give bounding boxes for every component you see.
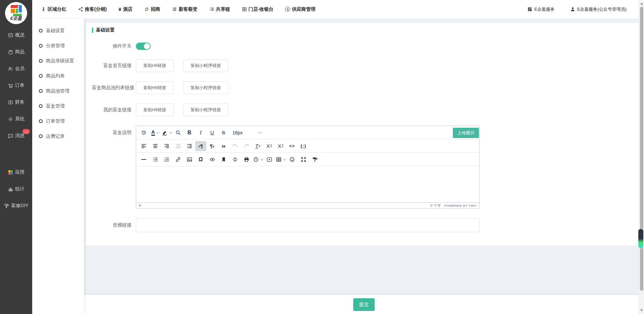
- copy-miniprogram-link-button[interactable]: 复制小程序链接: [183, 59, 228, 72]
- sidebar-item-goods[interactable]: 商品: [0, 44, 32, 60]
- rtl-button[interactable]: ¶‹: [207, 141, 218, 151]
- italic-button[interactable]: I: [195, 128, 206, 138]
- row-label: 盲盒首页链接: [92, 63, 136, 69]
- copy-h5-link-button[interactable]: 复制H5链接: [136, 104, 174, 116]
- sidebar-item-label: 应用: [15, 169, 24, 175]
- underline-button[interactable]: U: [207, 128, 218, 138]
- copy-miniprogram-link-button[interactable]: 复制小程序链接: [183, 104, 228, 116]
- numbered-list-icon[interactable]: [161, 154, 172, 165]
- outdent-icon[interactable]: [172, 141, 183, 151]
- anchor-icon[interactable]: [218, 154, 229, 165]
- subnav-item-category[interactable]: 分类管理: [32, 38, 84, 53]
- sidebar-item-apps[interactable]: 应用: [0, 164, 32, 181]
- upload-image-button[interactable]: 上传图片: [453, 128, 479, 138]
- service-center-link[interactable]: E企盈服务: [527, 6, 555, 12]
- undo-icon[interactable]: [229, 141, 240, 151]
- indent-icon[interactable]: [184, 141, 195, 151]
- format-painter-icon[interactable]: [309, 154, 320, 165]
- subscript-button[interactable]: X2: [264, 141, 275, 151]
- insert-media-icon[interactable]: [264, 154, 275, 165]
- sidebar-item-overview[interactable]: 概况: [0, 27, 32, 44]
- subnav-item-basic-settings[interactable]: 基础设置: [32, 23, 84, 38]
- blockquote-button[interactable]: ”: [218, 141, 229, 151]
- sidebar-item-message[interactable]: 消息 …: [0, 127, 32, 144]
- subnav-item-order-mgmt[interactable]: 订单管理: [32, 114, 84, 129]
- clear-format-x: x: [259, 144, 260, 148]
- insert-image-icon[interactable]: [184, 154, 195, 165]
- search-replace-icon[interactable]: [172, 128, 183, 138]
- special-char-button[interactable]: Ω: [195, 154, 206, 165]
- logo-shape-orange: [11, 9, 15, 13]
- nav-item-hotel[interactable]: ¥ 酒店: [118, 6, 132, 12]
- nav-item-label: 区域分红: [48, 6, 66, 12]
- font-size-select[interactable]: 16px: [229, 128, 264, 138]
- sidebar-item-diy[interactable]: 装修DIY: [0, 197, 32, 214]
- highlight-color-button[interactable]: [161, 128, 172, 138]
- sidebar-item-finance[interactable]: 财务: [0, 94, 32, 111]
- align-right-icon[interactable]: [161, 141, 172, 151]
- copy-miniprogram-link-button[interactable]: 复制小程序链接: [183, 81, 228, 94]
- editor-status-bar: P 0 个字 POWERED BY TINY: [136, 202, 479, 208]
- account-menu[interactable]: E企盈服务(公众号管理员): [570, 6, 627, 12]
- account-label: E企盈服务(公众号管理员): [577, 6, 627, 12]
- source-code-button[interactable]: <>: [286, 141, 298, 151]
- window-scrollbar[interactable]: [639, 0, 644, 314]
- nav-item-label: 招商: [151, 6, 160, 12]
- sidebar-item-members[interactable]: 会员: [0, 60, 32, 77]
- brand-logo[interactable]: E企盈: [5, 2, 27, 24]
- clear-formatting-button[interactable]: Tx: [252, 141, 263, 151]
- copy-h5-link-button[interactable]: 复制H5链接: [136, 59, 174, 72]
- subnav-item-blindbox-mgmt[interactable]: 盲盒管理: [32, 99, 84, 114]
- topnav-menu: 区域分红 推客(分销) ¥ 酒店 招商 新客裂变: [41, 6, 315, 12]
- superscript-button[interactable]: X2: [275, 141, 286, 151]
- insert-datetime-button[interactable]: [252, 154, 263, 165]
- ltr-button[interactable]: ›¶: [195, 141, 206, 151]
- list-icon: [209, 7, 214, 12]
- insert-link-icon[interactable]: [172, 154, 183, 165]
- nav-item-new-customer[interactable]: 新客裂变: [172, 6, 198, 12]
- horizontal-rule-icon[interactable]: [138, 154, 149, 165]
- nav-item-distribution[interactable]: 推客(分销): [78, 6, 107, 12]
- powered-by-tiny[interactable]: POWERED BY TINY: [444, 204, 477, 207]
- align-center-icon[interactable]: [150, 141, 161, 151]
- align-left-icon[interactable]: [138, 141, 149, 151]
- sidebar-item-system[interactable]: 系统: [0, 111, 32, 127]
- subnav-item-goods-pool[interactable]: 商品池管理: [32, 83, 84, 99]
- sidebar-item-orders[interactable]: 订单: [0, 77, 32, 94]
- print-icon[interactable]: [241, 154, 252, 165]
- insert-table-button[interactable]: [275, 154, 286, 165]
- redo-icon[interactable]: [241, 141, 252, 151]
- nav-item-region-dividend[interactable]: 区域分红: [41, 6, 66, 12]
- strikethrough-button[interactable]: S: [218, 128, 229, 138]
- page-break-icon[interactable]: [229, 154, 240, 165]
- subnav-label: 商品列表: [46, 73, 65, 79]
- sidebar-item-stats[interactable]: 统计: [0, 181, 32, 197]
- fullscreen-icon[interactable]: [298, 154, 309, 165]
- word-count: 0 个字: [430, 203, 441, 208]
- nav-item-investment[interactable]: 招商: [144, 6, 160, 12]
- copy-h5-link-button[interactable]: 复制H5链接: [136, 81, 174, 94]
- bullet-list-icon[interactable]: [150, 154, 161, 165]
- submit-button[interactable]: 提交: [353, 298, 375, 311]
- subnav-label: 基础设置: [46, 28, 65, 34]
- scroll-down-arrow-icon[interactable]: [640, 309, 643, 311]
- subnav-item-freight-record[interactable]: 运费记录: [32, 129, 84, 144]
- emoji-icon[interactable]: [286, 154, 298, 165]
- nav-item-store-cashier[interactable]: 门店-收银台: [242, 6, 274, 12]
- text-color-button[interactable]: A: [150, 128, 161, 138]
- subnav-item-goods-list[interactable]: 商品列表: [32, 68, 84, 83]
- floating-side-widget[interactable]: [638, 229, 643, 248]
- nav-item-supplier[interactable]: S 供应商管理: [285, 6, 315, 12]
- code-sample-button[interactable]: {;}: [298, 141, 309, 151]
- restore-draft-icon[interactable]: [138, 128, 149, 138]
- subnav-item-goods-level[interactable]: 商品等级设置: [32, 53, 84, 68]
- preview-icon[interactable]: [207, 154, 218, 165]
- nav-item-share-chain[interactable]: 共享链: [209, 6, 230, 12]
- scroll-up-arrow-icon[interactable]: [640, 3, 643, 5]
- bold-button[interactable]: B: [184, 128, 195, 138]
- editor-toolbar-row1: A B I U S 16px: [136, 126, 479, 139]
- plugin-switch-toggle[interactable]: [136, 43, 151, 50]
- orders-icon: [8, 83, 13, 88]
- editor-content-area[interactable]: [136, 166, 479, 202]
- audio-link-input[interactable]: [136, 218, 480, 232]
